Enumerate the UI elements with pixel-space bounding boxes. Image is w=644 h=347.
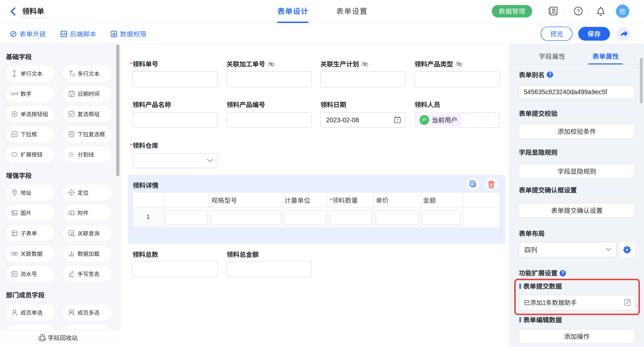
svg-text:2023-02-08: 2023-02-08: [326, 116, 359, 124]
svg-text:545635c823240da499a9ec5f: 545635c823240da499a9ec5f: [524, 88, 608, 96]
svg-text:?: ?: [577, 8, 580, 15]
svg-text:1: 1: [146, 213, 150, 220]
svg-text:7: 7: [397, 118, 399, 123]
svg-text:123: 123: [11, 91, 18, 96]
svg-text:?: ?: [548, 72, 551, 77]
svg-text:?: ?: [561, 271, 564, 276]
